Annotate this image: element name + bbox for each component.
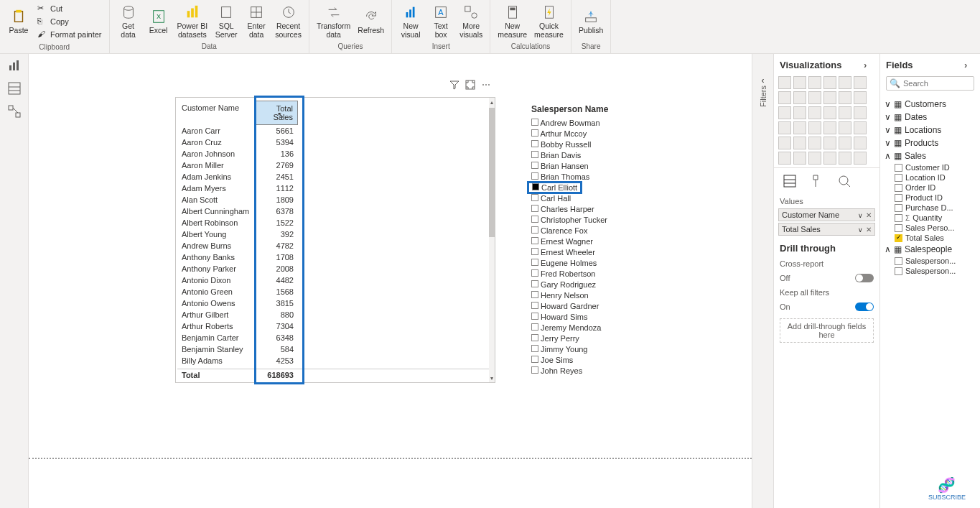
viz-type-tile[interactable] — [854, 106, 867, 119]
viz-type-tile[interactable] — [778, 137, 791, 149]
report-canvas[interactable]: ⋯ Customer Name Total Sales↖ Aaron Carr5… — [29, 54, 752, 508]
table-products[interactable]: ∨▦Products — [885, 137, 976, 149]
table-row[interactable]: Albert Robinson1522 — [177, 217, 493, 228]
slicer-item[interactable]: Charles Harper — [531, 203, 718, 214]
slicer-item[interactable]: Brian Davis — [531, 149, 718, 160]
checkbox-icon[interactable] — [531, 259, 538, 266]
viz-type-tile[interactable] — [823, 106, 836, 119]
table-row[interactable]: Billy Adams4253 — [177, 355, 493, 366]
table-row[interactable]: Andrew Burns4782 — [177, 240, 493, 251]
viz-type-tile[interactable] — [823, 137, 836, 149]
table-row[interactable]: Benjamin Stanley584 — [177, 343, 493, 355]
transform-data-button[interactable]: Transform data — [314, 1, 353, 41]
slicer-item[interactable]: Jimmy Young — [531, 343, 718, 354]
format-painter-button[interactable]: 🖌Format painter — [36, 29, 103, 40]
checkbox-icon[interactable] — [531, 119, 538, 126]
remove-icon[interactable]: ✕ — [866, 211, 872, 219]
slicer-item[interactable]: Carl Hall — [531, 193, 718, 203]
table-row[interactable]: Antonio Dixon4482 — [177, 274, 493, 286]
viz-type-tile[interactable] — [793, 121, 806, 134]
filter-icon[interactable] — [449, 79, 460, 91]
slicer-item[interactable]: Arthur Mccoy — [531, 128, 718, 139]
slicer-item[interactable]: Jerry Perry — [531, 333, 718, 343]
more-options-icon[interactable]: ⋯ — [480, 79, 492, 91]
field-salesperson-2[interactable]: Salesperson... — [885, 266, 976, 276]
slicer-item[interactable]: Howard Gardner — [531, 300, 718, 311]
copy-button[interactable]: ⎘Copy — [36, 16, 103, 27]
column-customer-name[interactable]: Customer Name — [177, 101, 255, 125]
table-locations[interactable]: ∨▦Locations — [885, 124, 976, 137]
checkbox-icon[interactable] — [531, 248, 538, 255]
checkbox-icon[interactable] — [531, 216, 538, 223]
value-well-customer[interactable]: Customer Name∨✕ — [778, 208, 875, 221]
viz-type-tile[interactable] — [808, 91, 821, 104]
viz-type-tile[interactable] — [854, 137, 867, 149]
checkbox-icon[interactable] — [531, 226, 538, 234]
checkbox-icon[interactable] — [531, 129, 538, 137]
viz-type-tile[interactable] — [778, 106, 791, 119]
checkbox-icon[interactable] — [531, 356, 538, 363]
data-view-icon[interactable] — [7, 81, 22, 96]
search-input[interactable] — [903, 79, 971, 88]
checkbox-icon[interactable] — [531, 205, 538, 212]
viz-type-tile[interactable] — [839, 137, 851, 149]
slicer-item[interactable]: Gary Rodriguez — [531, 279, 718, 290]
more-visuals-button[interactable]: More visuals — [457, 1, 485, 41]
field-salesperson-1[interactable]: Salesperson... — [885, 256, 976, 266]
table-customers[interactable]: ∨▦Customers — [885, 98, 976, 111]
viz-type-tile[interactable] — [839, 106, 851, 119]
get-data-button[interactable]: Get data — [114, 1, 143, 41]
analytics-tab-icon[interactable] — [837, 174, 851, 188]
text-box-button[interactable]: AText box — [426, 1, 455, 41]
paste-button[interactable]: Paste — [4, 1, 33, 42]
viz-type-tile[interactable] — [778, 91, 791, 104]
viz-type-tile[interactable] — [839, 152, 851, 165]
excel-button[interactable]: XExcel — [144, 1, 173, 41]
viz-type-tile[interactable] — [808, 137, 821, 149]
viz-type-tile[interactable] — [793, 76, 806, 89]
slicer-item[interactable]: Carl Elliott — [531, 182, 718, 193]
new-visual-button[interactable]: New visual — [396, 1, 425, 41]
sql-server-button[interactable]: SQL Server — [212, 1, 241, 41]
viz-type-tile[interactable] — [823, 121, 836, 134]
checkbox-icon[interactable] — [531, 313, 538, 320]
checkbox-icon[interactable] — [531, 366, 538, 374]
viz-type-tile[interactable] — [839, 121, 851, 134]
publish-button[interactable]: Publish — [576, 1, 606, 41]
table-row[interactable]: Alan Scott1809 — [177, 194, 493, 205]
slicer-item[interactable]: Jeremy Mendoza — [531, 322, 718, 333]
subscribe-badge[interactable]: 🧬 SUBSCRIBE — [928, 476, 966, 501]
table-row[interactable]: Albert Cunningham6378 — [177, 205, 493, 217]
table-row[interactable]: Aaron Cruz5394 — [177, 137, 493, 148]
format-tab-icon[interactable] — [810, 174, 824, 188]
pbi-datasets-button[interactable]: Power BI datasets — [174, 1, 211, 41]
keep-filters-toggle[interactable] — [855, 303, 874, 311]
new-measure-button[interactable]: New measure — [495, 1, 530, 41]
checkbox-icon[interactable] — [531, 162, 538, 169]
table-scrollbar[interactable]: ▴ ▾ — [489, 98, 495, 382]
slicer-item[interactable]: Henry Nelson — [531, 290, 718, 300]
column-total-sales[interactable]: Total Sales↖ — [255, 101, 298, 125]
checkbox-icon[interactable] — [531, 151, 538, 158]
table-row[interactable]: Antonio Green1568 — [177, 286, 493, 297]
checkbox-icon[interactable] — [532, 183, 539, 190]
slicer-item[interactable]: John Reyes — [531, 365, 718, 376]
filters-pane-collapsed[interactable]: ‹ Filters — [752, 54, 773, 508]
viz-type-tile[interactable] — [793, 137, 806, 149]
table-row[interactable]: Adam Jenkins2451 — [177, 171, 493, 183]
table-salespeople[interactable]: ∧▦Salespeople — [885, 243, 976, 256]
remove-icon[interactable]: ✕ — [866, 226, 872, 234]
field-customer-id[interactable]: Customer ID — [885, 162, 976, 172]
cut-button[interactable]: ✂Cut — [36, 3, 103, 14]
table-row[interactable]: Antonio Owens3815 — [177, 297, 493, 309]
refresh-button[interactable]: Refresh — [355, 1, 387, 41]
collapse-arrow-icon[interactable]: ‹ — [762, 75, 765, 86]
viz-type-tile[interactable] — [778, 121, 791, 134]
slicer-item[interactable]: Bobby Russell — [531, 139, 718, 149]
slicer-item[interactable]: Ernest Wagner — [531, 236, 718, 246]
model-view-icon[interactable] — [7, 104, 22, 119]
field-sales-person[interactable]: Sales Perso... — [885, 223, 976, 233]
slicer-item[interactable]: Joe Sims — [531, 354, 718, 365]
table-row[interactable]: Aaron Johnson136 — [177, 148, 493, 160]
checkbox-icon[interactable] — [531, 237, 538, 244]
